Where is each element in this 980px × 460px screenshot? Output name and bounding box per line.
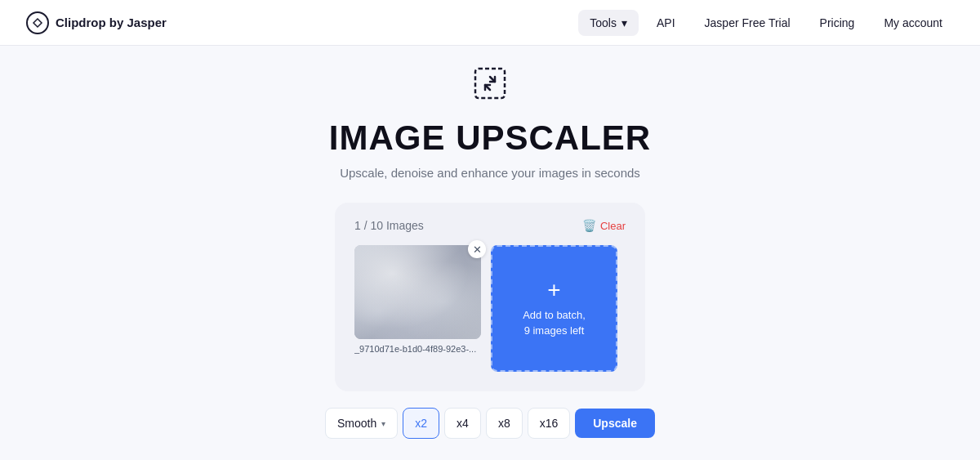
pricing-link[interactable]: Pricing	[808, 10, 866, 36]
svg-rect-1	[475, 69, 505, 98]
upscaler-icon	[472, 65, 508, 109]
images-row: ✕ _9710d71e-b1d0-4f89-92e3-... + Add to …	[354, 245, 626, 372]
upload-card: 1 / 10 Images 🗑️ Clear ✕ _9710d71e-b1d0-…	[335, 203, 645, 391]
clear-label: Clear	[600, 220, 626, 232]
api-link[interactable]: API	[645, 10, 687, 36]
upscale-label: Upscale	[593, 417, 637, 430]
image-filename: _9710d71e-b1d0-4f89-92e3-...	[354, 344, 481, 354]
header: Clipdrop by Jasper Tools ▾ API Jasper Fr…	[0, 0, 980, 46]
nav: Tools ▾ API Jasper Free Trial Pricing My…	[578, 10, 954, 36]
close-icon: ✕	[473, 243, 482, 256]
scale-x2-button[interactable]: x2	[403, 408, 439, 439]
clear-button[interactable]: 🗑️ Clear	[582, 219, 626, 232]
tools-menu-button[interactable]: Tools ▾	[578, 10, 639, 36]
image-count: 1 / 10 Images	[354, 219, 424, 232]
logo-text: Clipdrop by Jasper	[56, 16, 167, 29]
image-item: ✕ _9710d71e-b1d0-4f89-92e3-...	[354, 245, 481, 372]
scale-x16-button[interactable]: x16	[528, 408, 571, 439]
trash-icon: 🗑️	[582, 219, 596, 232]
controls-bar: Smooth ▾ x2 x4 x8 x16 Upscale	[325, 408, 655, 439]
page-title: IMAGE UPSCALER	[329, 118, 651, 158]
add-to-batch-button[interactable]: + Add to batch, 9 images left	[491, 245, 617, 372]
my-account-link[interactable]: My account	[872, 10, 954, 36]
scale-x2-label: x2	[415, 417, 427, 430]
scale-x4-button[interactable]: x4	[444, 408, 481, 439]
chevron-down-icon: ▾	[381, 419, 385, 428]
tools-label: Tools	[590, 16, 617, 29]
logo-area: Clipdrop by Jasper	[26, 11, 167, 34]
card-header: 1 / 10 Images 🗑️ Clear	[354, 219, 626, 232]
scale-x8-label: x8	[498, 417, 510, 430]
remove-image-button[interactable]: ✕	[468, 240, 486, 258]
jasper-free-trial-link[interactable]: Jasper Free Trial	[693, 10, 802, 36]
svg-point-0	[27, 12, 48, 33]
add-batch-text: Add to batch, 9 images left	[523, 308, 586, 337]
upscale-button[interactable]: Upscale	[575, 409, 655, 438]
plus-icon: +	[547, 279, 560, 301]
page-subtitle: Upscale, denoise and enhance your images…	[340, 166, 640, 180]
mode-dropdown-button[interactable]: Smooth ▾	[325, 408, 398, 439]
mode-label: Smooth	[337, 417, 376, 430]
image-thumbnail	[354, 245, 481, 339]
scale-x8-button[interactable]: x8	[486, 408, 523, 439]
scale-x4-label: x4	[457, 417, 469, 430]
main-content: IMAGE UPSCALER Upscale, denoise and enha…	[0, 46, 980, 439]
clipdrop-logo-icon	[26, 11, 49, 34]
scale-x16-label: x16	[540, 417, 559, 430]
tools-chevron-icon: ▾	[621, 16, 627, 29]
